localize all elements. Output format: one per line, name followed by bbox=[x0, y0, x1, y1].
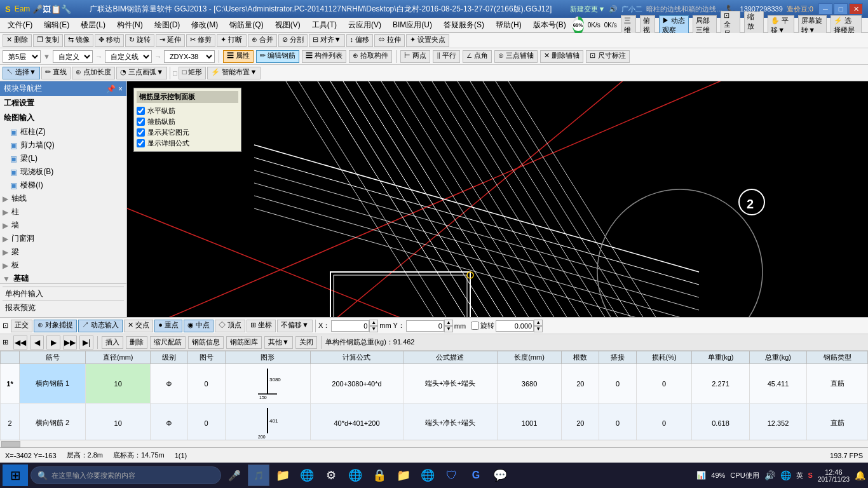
center-btn[interactable]: ◉ 中点 bbox=[184, 320, 214, 332]
sidebar-item-column[interactable]: ▶ 柱 bbox=[0, 205, 126, 219]
local-3d-btn[interactable]: 局部三维 bbox=[693, 15, 717, 36]
dimension-btn[interactable]: ⊡ 尺寸标注 bbox=[586, 50, 629, 63]
align-btn[interactable]: ⊟ 对齐▼ bbox=[309, 34, 345, 47]
menu-help[interactable]: 帮助(H) bbox=[491, 18, 527, 32]
table-row[interactable]: 2 横向钢筋 2 10 Φ 0 401 200 40*d+401+20 bbox=[1, 403, 868, 440]
menu-floor[interactable]: 楼层(L) bbox=[76, 18, 111, 32]
taskbar-edge-icon[interactable]: 🌐 bbox=[344, 464, 366, 486]
scale-rebar-btn[interactable]: 缩尺配筋 bbox=[150, 336, 186, 349]
rotate-checkbox[interactable] bbox=[471, 322, 479, 330]
checkbox-horizontal[interactable]: 水平纵筋 bbox=[137, 105, 238, 116]
taskbar-chat-icon[interactable]: 💬 bbox=[489, 464, 511, 486]
midpoint-btn[interactable]: ● 重点 bbox=[154, 320, 182, 332]
top-tool-btn[interactable]: 🔧 bbox=[61, 4, 71, 14]
taskbar-mic-icon[interactable]: 🎤 bbox=[224, 464, 245, 486]
intersection-btn[interactable]: ✕ 交点 bbox=[124, 320, 153, 332]
sidebar-item-shear-wall[interactable]: ▣ 剪力墙(Q) bbox=[0, 139, 126, 152]
delete-btn[interactable]: ✕ 删除 bbox=[3, 34, 32, 47]
cell-diameter[interactable]: 10 bbox=[86, 403, 151, 440]
start-button[interactable]: ⊞ bbox=[3, 464, 28, 486]
move-btn[interactable]: ✥ 移动 bbox=[95, 34, 124, 47]
rotate-down-btn[interactable]: ▼ bbox=[534, 326, 543, 332]
rect-tool-btn[interactable]: □ 矩形 bbox=[179, 67, 207, 79]
edit-rebar-btn[interactable]: ✏ 编辑钢筋 bbox=[256, 50, 299, 63]
table-row[interactable]: 1* 横向钢筋 1 10 Φ 0 3080 150 bbox=[1, 364, 868, 403]
menu-draw[interactable]: 绘图(D) bbox=[149, 18, 186, 32]
offset-btn[interactable]: ↕ 偏移 bbox=[346, 34, 374, 47]
mirror-btn[interactable]: ⇆ 镜像 bbox=[64, 34, 93, 47]
cell-diameter[interactable]: 10 bbox=[86, 364, 151, 403]
select-tool-btn[interactable]: ↖ 选择▼ bbox=[3, 67, 40, 79]
menu-file[interactable]: 文件(F) bbox=[3, 18, 37, 32]
taskbar-shield-icon[interactable]: 🛡 bbox=[441, 464, 463, 486]
menu-component[interactable]: 构件(N) bbox=[112, 18, 148, 32]
report-preview-btn[interactable]: 报表预览 bbox=[3, 301, 124, 315]
pan-btn[interactable]: ✋ 平移▼ bbox=[768, 15, 794, 36]
delete-row-btn[interactable]: 删除 bbox=[126, 336, 147, 349]
break-btn[interactable]: ✦ 打断 bbox=[217, 34, 246, 47]
point-extend-btn[interactable]: ⊕ 点加长度 bbox=[72, 67, 115, 79]
trim-btn[interactable]: ✂ 修剪 bbox=[186, 34, 215, 47]
menu-modify[interactable]: 修改(M) bbox=[186, 18, 223, 32]
cell-grade[interactable]: Φ bbox=[151, 364, 188, 403]
nav-last-btn[interactable]: ▶▶ bbox=[63, 336, 77, 349]
del-aux-btn[interactable]: ✕ 删除辅轴 bbox=[540, 50, 583, 63]
menu-version[interactable]: 版本号(B) bbox=[528, 18, 571, 32]
menu-tools[interactable]: 工具(T) bbox=[307, 18, 342, 32]
table-scrollbar[interactable] bbox=[0, 440, 868, 447]
other-btn[interactable]: 其他▼ bbox=[264, 336, 293, 349]
taskbar-folder-icon[interactable]: 📁 bbox=[272, 464, 294, 486]
menu-edit[interactable]: 编辑(E) bbox=[39, 18, 74, 32]
top-draw-btn[interactable]: 🖼 bbox=[43, 4, 51, 14]
setpoint-btn[interactable]: ✦ 设置夹点 bbox=[406, 34, 449, 47]
vertex-btn[interactable]: ◇ 顶点 bbox=[215, 320, 245, 332]
cell-name[interactable]: 横向钢筋 1 bbox=[20, 364, 86, 403]
sidebar-item-beam2[interactable]: ▶ 梁 bbox=[0, 245, 126, 259]
copy-btn[interactable]: ❐ 复制 bbox=[33, 34, 63, 47]
split-btn[interactable]: ⊘ 分割 bbox=[278, 34, 308, 47]
rebar-info-btn[interactable]: 钢筋信息 bbox=[188, 336, 224, 349]
top-clip-btn[interactable]: 📋 bbox=[51, 4, 61, 14]
menu-bim[interactable]: BIM应用(U) bbox=[388, 18, 437, 32]
sidebar-item-slab[interactable]: ▣ 现浇板(B) bbox=[0, 165, 126, 179]
sidebar-item-beam[interactable]: ▣ 梁(L) bbox=[0, 152, 126, 165]
layer-select[interactable]: 自定义 bbox=[53, 50, 93, 63]
line-type-select[interactable]: 自定义线 bbox=[105, 50, 152, 63]
floor-select[interactable]: 第5层 bbox=[3, 50, 41, 63]
screen-rotate-btn[interactable]: 屏幕旋转▼ bbox=[798, 15, 827, 36]
taskbar-search-box[interactable]: 🔍 在这里输入你要搜索的内容 bbox=[31, 466, 221, 484]
top-mic-btn[interactable]: 🎤 bbox=[32, 4, 43, 14]
x-up-btn[interactable]: ▲ bbox=[369, 320, 378, 326]
line-tool-btn[interactable]: ✏ 直线 bbox=[41, 67, 71, 79]
x-input[interactable] bbox=[331, 320, 369, 332]
top-right-btn1[interactable]: Eam bbox=[15, 4, 31, 13]
parallel-btn[interactable]: ∥ 平行 bbox=[433, 50, 460, 63]
cb-formula[interactable] bbox=[137, 139, 145, 147]
angle-btn[interactable]: ∠ 点角 bbox=[463, 50, 492, 63]
plan-btn[interactable]: 俯视 bbox=[640, 15, 655, 36]
y-up-btn[interactable]: ▲ bbox=[444, 320, 453, 326]
cell-shape-num[interactable]: 0 bbox=[187, 364, 225, 403]
cell-name[interactable]: 横向钢筋 2 bbox=[20, 403, 86, 440]
smart-layout-btn[interactable]: ⚡ 智能布置▼ bbox=[207, 67, 261, 79]
taskbar-ie-icon[interactable]: 🌐 bbox=[296, 464, 318, 486]
coord-btn[interactable]: ⊞ 坐标 bbox=[247, 320, 276, 332]
cb-other[interactable] bbox=[137, 128, 145, 137]
dynamic-input-btn[interactable]: ↗ 动态输入 bbox=[78, 320, 123, 332]
taskbar-app-btn[interactable]: 🎵 bbox=[248, 464, 269, 486]
sidebar-close-btn[interactable]: × bbox=[118, 85, 123, 93]
rotate-up-btn[interactable]: ▲ bbox=[534, 320, 543, 326]
nav-prev-btn[interactable]: ◀ bbox=[30, 336, 44, 349]
cad-viewport[interactable]: A1 2 钢筋显示控制面板 bbox=[127, 81, 868, 317]
menu-qa[interactable]: 答疑服务(S) bbox=[438, 18, 489, 32]
extend-btn[interactable]: ⇥ 延伸 bbox=[156, 34, 185, 47]
checkbox-other[interactable]: 显示其它图元 bbox=[137, 127, 238, 138]
taskbar-settings-icon[interactable]: ⚙ bbox=[320, 464, 342, 486]
rebar-library-btn[interactable]: 钢筋图库 bbox=[226, 336, 262, 349]
orthogonal-btn[interactable]: 正交 bbox=[11, 320, 32, 332]
menu-rebar[interactable]: 钢筋量(Q) bbox=[224, 18, 268, 32]
x-down-btn[interactable]: ▼ bbox=[369, 326, 378, 332]
no-offset-btn[interactable]: 不偏移▼ bbox=[277, 320, 313, 332]
nav-next-btn[interactable]: ▶ bbox=[46, 336, 60, 349]
y-down-btn[interactable]: ▼ bbox=[444, 326, 453, 332]
